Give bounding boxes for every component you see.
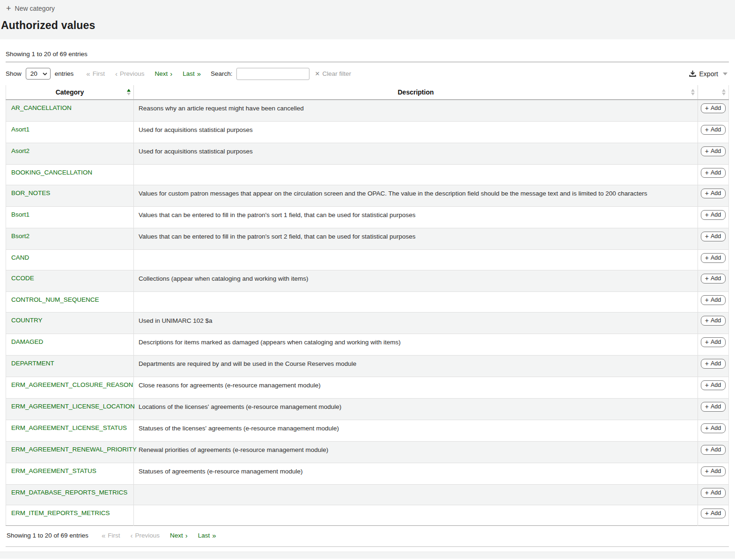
pagination-first[interactable]: « First <box>102 532 120 539</box>
category-link[interactable]: Bsort1 <box>11 211 29 218</box>
table-row: Bsort2 Values that can be entered to fil… <box>6 228 729 250</box>
add-button[interactable]: + Add <box>701 232 726 241</box>
add-button[interactable]: + Add <box>701 423 726 433</box>
plus-icon: + <box>705 297 709 303</box>
pagination-last-label: Last <box>198 532 210 539</box>
entries-select[interactable]: 20 <box>26 68 51 80</box>
pagination-last[interactable]: Last » <box>183 70 201 77</box>
category-link[interactable]: BOOKING_CANCELLATION <box>11 169 92 176</box>
plus-icon: + <box>705 105 709 111</box>
pagination-first[interactable]: « First <box>86 70 105 77</box>
pagination-next[interactable]: Next › <box>154 70 172 77</box>
row-description: Close reasons for agreements (e-resource… <box>134 377 698 399</box>
chevron-down-icon <box>43 73 47 75</box>
add-button[interactable]: + Add <box>701 380 726 390</box>
row-description <box>134 250 698 270</box>
add-button[interactable]: + Add <box>701 253 726 263</box>
category-link[interactable]: ERM_AGREEMENT_STATUS <box>11 467 96 474</box>
row-description <box>134 485 698 505</box>
page-header: + New category Authorized values <box>0 0 735 39</box>
add-button[interactable]: + Add <box>701 103 726 113</box>
clear-icon: ✕ <box>315 70 320 77</box>
column-header-description[interactable]: Description <box>134 85 698 100</box>
row-description: Reasons why an article request might hav… <box>134 100 698 122</box>
plus-icon: + <box>705 468 709 474</box>
row-description: Used for acquisitions statistical purpos… <box>134 143 698 165</box>
category-link[interactable]: ERM_AGREEMENT_CLOSURE_REASON <box>11 381 133 388</box>
table-header-row: Category Description <box>6 85 729 100</box>
caret-down-icon <box>723 73 728 75</box>
pagination-next[interactable]: Next › <box>170 532 188 539</box>
pagination-last[interactable]: Last » <box>198 532 216 539</box>
add-button[interactable]: + Add <box>701 146 726 156</box>
search-input[interactable] <box>236 68 309 80</box>
add-button[interactable]: + Add <box>701 125 726 135</box>
plus-icon: + <box>705 447 709 452</box>
category-link[interactable]: ERM_DATABASE_REPORTS_METRICS <box>11 489 127 496</box>
add-button-label: Add <box>711 339 721 345</box>
description-header-label: Description <box>397 88 434 96</box>
add-button[interactable]: + Add <box>701 295 726 305</box>
new-category-label: New category <box>15 5 55 12</box>
add-button-label: Add <box>711 382 721 388</box>
table-row: AR_CANCELLATION Reasons why an article r… <box>6 100 729 122</box>
category-link[interactable]: Bsort2 <box>11 233 29 240</box>
table-info-bottom: Showing 1 to 20 of 69 entries <box>7 532 88 539</box>
sort-icon <box>722 89 726 95</box>
plus-icon: + <box>705 276 709 281</box>
table-row: COUNTRY Used in UNIMARC 102 $a + Add <box>6 313 729 334</box>
add-button[interactable]: + Add <box>701 509 726 518</box>
category-link[interactable]: BOR_NOTES <box>11 189 50 196</box>
footer-bar <box>0 552 735 559</box>
add-button[interactable]: + Add <box>701 445 726 455</box>
pagination-previous[interactable]: ‹ Previous <box>115 70 145 77</box>
clear-filter-button[interactable]: ✕ Clear filter <box>315 70 351 77</box>
category-link[interactable]: ERM_AGREEMENT_RENEWAL_PRIORITY <box>11 446 137 453</box>
plus-icon: + <box>705 148 709 154</box>
category-header-label: Category <box>56 88 84 96</box>
plus-icon: + <box>705 425 709 431</box>
add-button[interactable]: + Add <box>701 274 726 284</box>
table-row: DAMAGED Descriptions for items marked as… <box>6 334 729 356</box>
row-description: Used for acquisitions statistical purpos… <box>134 122 698 143</box>
table-row: ERM_AGREEMENT_RENEWAL_PRIORITY Renewal p… <box>6 442 729 463</box>
add-button[interactable]: + Add <box>701 359 726 369</box>
column-header-actions[interactable] <box>698 85 729 100</box>
sort-ascending-icon <box>127 89 131 95</box>
category-link[interactable]: CCODE <box>11 275 34 282</box>
add-button-label: Add <box>711 233 721 240</box>
add-button[interactable]: + Add <box>701 316 726 326</box>
add-button[interactable]: + Add <box>701 189 726 198</box>
category-link[interactable]: DEPARTMENT <box>11 360 54 367</box>
table-footer-controls: Showing 1 to 20 of 69 entries « First ‹ … <box>6 526 729 539</box>
export-button[interactable]: Export <box>689 70 729 78</box>
category-link[interactable]: AR_CANCELLATION <box>11 104 72 111</box>
category-link[interactable]: ERM_ITEM_REPORTS_METRICS <box>11 509 110 516</box>
category-link[interactable]: CAND <box>11 254 29 261</box>
plus-icon: + <box>705 233 709 239</box>
pagination-previous[interactable]: ‹ Previous <box>130 532 160 539</box>
new-category-button[interactable]: + New category <box>6 5 55 12</box>
clear-filter-label: Clear filter <box>323 70 352 77</box>
add-button[interactable]: + Add <box>701 168 726 178</box>
add-button-label: Add <box>711 255 721 261</box>
add-button[interactable]: + Add <box>701 337 726 347</box>
category-link[interactable]: DAMAGED <box>11 338 43 345</box>
category-link[interactable]: COUNTRY <box>11 317 43 324</box>
category-link[interactable]: ERM_AGREEMENT_LICENSE_STATUS <box>11 424 127 431</box>
column-header-category[interactable]: Category <box>6 85 134 100</box>
add-button[interactable]: + Add <box>701 402 726 412</box>
search-label: Search: <box>211 70 233 77</box>
chevron-double-right-icon: » <box>197 70 201 77</box>
category-link[interactable]: Asort1 <box>11 126 29 133</box>
category-link[interactable]: CONTROL_NUM_SEQUENCE <box>11 296 99 303</box>
add-button[interactable]: + Add <box>701 488 726 498</box>
add-button-label: Add <box>711 126 721 133</box>
table-body: AR_CANCELLATION Reasons why an article r… <box>6 100 729 526</box>
category-link[interactable]: ERM_AGREEMENT_LICENSE_LOCATION <box>11 403 135 410</box>
add-button[interactable]: + Add <box>701 210 726 220</box>
category-link[interactable]: Asort2 <box>11 147 29 154</box>
add-button[interactable]: + Add <box>701 466 726 476</box>
row-description: Values that can be entered to fill in th… <box>134 207 698 228</box>
pagination-bottom: « First ‹ Previous Next › Last » <box>96 532 221 539</box>
